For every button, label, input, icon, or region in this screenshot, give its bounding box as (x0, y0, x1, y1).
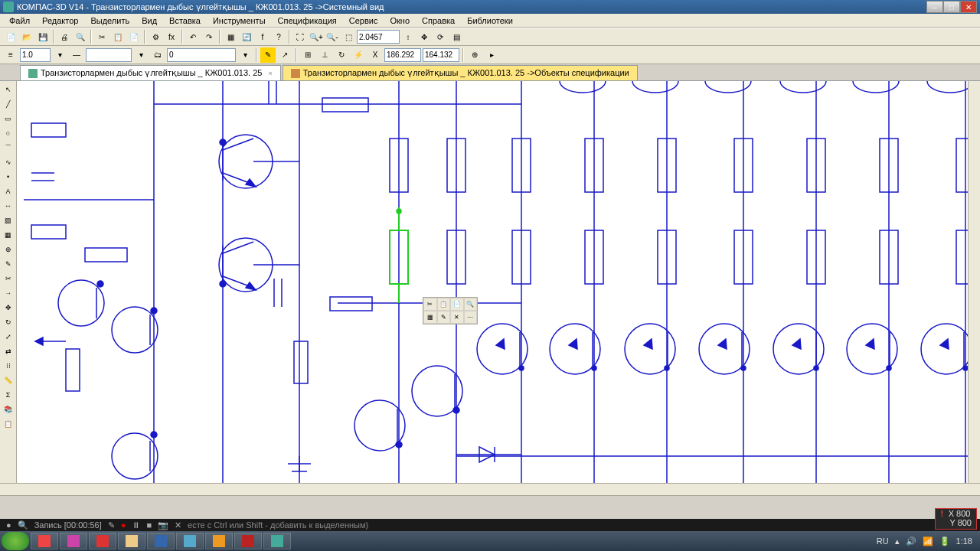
task-explorer[interactable] (118, 533, 145, 549)
undo-button[interactable]: ↶ (185, 29, 201, 44)
paste-button[interactable]: 📄 (126, 29, 142, 44)
menu-select[interactable]: Выделить (84, 15, 136, 27)
task-app7[interactable] (205, 533, 233, 549)
zoom-input[interactable] (357, 30, 400, 44)
zoom-in-button[interactable]: 🔍+ (309, 29, 324, 44)
close-rec-icon[interactable]: ✕ (175, 520, 181, 530)
zoom-out-button[interactable]: 🔍- (325, 29, 340, 44)
ctx-props-button[interactable]: ▦ (423, 311, 437, 324)
tool-lib[interactable]: 📚 (2, 403, 15, 416)
vertical-scrollbar[interactable] (968, 81, 980, 483)
zoom-window-button[interactable]: ⬚ (341, 29, 356, 44)
clock[interactable]: 1:18 (956, 536, 972, 546)
scale-input[interactable] (20, 48, 51, 62)
menu-spec[interactable]: Спецификация (272, 15, 343, 27)
menu-help[interactable]: Справка (416, 15, 461, 27)
menu-window[interactable]: Окно (384, 15, 416, 27)
fx-button[interactable]: f (255, 29, 270, 44)
param-button[interactable]: ⚡ (351, 47, 366, 63)
menu-insert[interactable]: Вставка (163, 15, 207, 27)
linetype-button[interactable]: — (69, 47, 84, 63)
save-button[interactable]: 💾 (35, 29, 51, 44)
manager-button[interactable]: ▦ (223, 29, 238, 44)
drawing-canvas[interactable]: ✂ 📋 📄 🔍 ▦ ✎ ✕ ⋯ (17, 81, 980, 483)
menu-view[interactable]: Вид (136, 15, 163, 27)
refresh2-button[interactable]: ⟳ (433, 29, 448, 44)
task-app6[interactable] (176, 533, 204, 549)
tool-table[interactable]: ▦ (2, 228, 15, 242)
dropdown3-icon[interactable]: ▾ (237, 47, 253, 63)
round-button[interactable]: ↻ (334, 47, 349, 63)
camera-icon[interactable]: 📷 (158, 520, 168, 530)
tool-text[interactable]: A (2, 184, 15, 198)
copy-button[interactable]: 📋 (110, 29, 126, 44)
tool-symbol[interactable]: ⊕ (2, 243, 15, 256)
new-button[interactable]: 📄 (3, 29, 18, 44)
tool-move[interactable]: ✥ (2, 301, 15, 315)
ctx-cut-button[interactable]: ✂ (423, 298, 437, 311)
style-button[interactable]: ≡ (3, 47, 18, 63)
battery-icon[interactable]: 🔋 (939, 536, 950, 546)
dropdown2-icon[interactable]: ▾ (133, 47, 149, 63)
layer-input[interactable] (167, 48, 236, 62)
ctx-edit-button[interactable]: ✎ (437, 311, 451, 324)
open-button[interactable]: 📂 (19, 29, 34, 44)
menu-file[interactable]: Файл (3, 15, 36, 27)
task-kompas[interactable] (263, 533, 291, 549)
ctx-del-button[interactable]: ✕ (450, 311, 464, 324)
tool-dim[interactable]: ↔ (2, 199, 15, 213)
minimize-button[interactable]: – (926, 1, 943, 13)
ctx-zoom-button[interactable]: 🔍 (464, 298, 478, 311)
task-rec[interactable] (234, 533, 262, 549)
tool-select[interactable]: ↖ (2, 83, 15, 96)
stop-icon[interactable]: ■ (146, 520, 152, 530)
task-opera[interactable] (89, 533, 116, 549)
horizontal-scrollbar[interactable] (0, 483, 980, 495)
record-icon[interactable]: ● (121, 520, 126, 530)
tray-up-icon[interactable]: ▴ (895, 536, 900, 546)
vars-button[interactable]: fx (164, 29, 179, 44)
network-icon[interactable]: 📶 (923, 536, 933, 546)
maximize-button[interactable]: □ (943, 1, 960, 13)
start-button[interactable] (2, 532, 29, 550)
tool-scale[interactable]: ⤢ (2, 330, 15, 344)
pause-icon[interactable]: ⏸ (132, 520, 140, 530)
tool-param2[interactable]: Σ (2, 388, 15, 402)
menu-tools[interactable]: Инструменты (207, 15, 272, 27)
zoom-fit-button[interactable]: ⛶ (292, 29, 308, 44)
pencil-icon[interactable]: ✎ (108, 520, 115, 530)
ctx-copy-button[interactable]: 📋 (437, 298, 451, 311)
menu-service[interactable]: Сервис (343, 15, 384, 27)
zoom-prev-button[interactable]: ↕ (400, 29, 416, 44)
tool-measure[interactable]: 📏 (2, 373, 15, 387)
linetype-input[interactable] (86, 48, 132, 62)
pan-button[interactable]: ✥ (416, 29, 432, 44)
task-word[interactable] (147, 533, 175, 549)
tool-hatch[interactable]: ▨ (2, 214, 15, 227)
tool-extend[interactable]: → (2, 286, 15, 300)
cut-button[interactable]: ✂ (94, 29, 109, 44)
grid-button[interactable]: ⊞ (300, 47, 315, 63)
ctx-more-button[interactable]: ⋯ (464, 311, 478, 324)
props-button[interactable]: ⚙ (148, 29, 163, 44)
tool-point[interactable]: • (2, 170, 15, 184)
tool-array[interactable]: ⁝⁝ (2, 359, 15, 373)
ortho-button[interactable]: ⊥ (317, 47, 332, 63)
tool-arc[interactable]: ⌒ (2, 141, 15, 155)
print-button[interactable]: 🖨 (57, 29, 72, 44)
snap2-button[interactable]: ⊕ (467, 47, 482, 63)
tool-rotate[interactable]: ↻ (2, 315, 15, 329)
snap-button[interactable]: ↗ (277, 47, 292, 63)
lang-indicator[interactable]: RU (877, 536, 889, 546)
tool-spline[interactable]: ∿ (2, 155, 15, 169)
layer-button[interactable]: 🗂 (150, 47, 165, 63)
tool-edit[interactable]: ✎ (2, 257, 15, 271)
tab-spec-objects[interactable]: Транзисторлармен дыбыс үлгейтқышы _ КЖ00… (283, 65, 638, 80)
tool-circle[interactable]: ○ (2, 126, 15, 140)
tool-spec[interactable]: 📋 (2, 417, 15, 431)
menu-edit[interactable]: Редактор (36, 15, 84, 27)
close-button[interactable]: ✕ (960, 1, 977, 13)
tool-line[interactable]: ╱ (2, 97, 15, 111)
preview-button[interactable]: 🔍 (73, 29, 88, 44)
tab-document[interactable]: Транзисторлармен дыбыс үлгейтқышы _ КЖ00… (20, 65, 281, 80)
